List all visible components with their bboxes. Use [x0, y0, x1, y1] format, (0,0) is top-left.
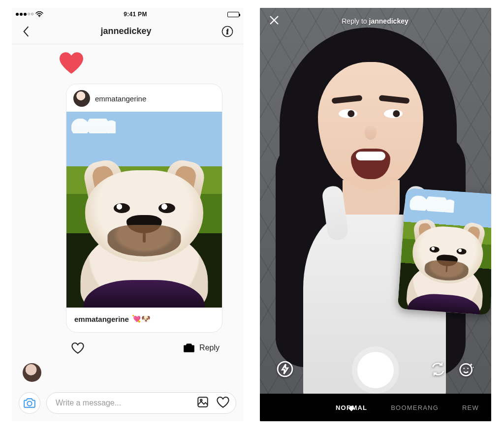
svg-point-6 [200, 399, 202, 401]
composer-camera-button[interactable] [19, 392, 40, 414]
svg-rect-5 [198, 397, 208, 407]
post-author-avatar[interactable] [73, 90, 90, 107]
post-action-row: Reply [66, 333, 222, 358]
heart-outline-icon [216, 396, 230, 408]
svg-text:i: i [226, 28, 228, 35]
camera-icon [183, 343, 195, 353]
caption-username[interactable]: emmatangerine [74, 315, 129, 323]
dm-thread-screen: 9:41 PM jannedickey i [12, 8, 243, 421]
caption-emoji: 💘🐶 [132, 314, 151, 323]
message-composer [12, 389, 243, 421]
post-author-username[interactable]: emmatangerine [95, 94, 146, 103]
svg-point-10 [467, 368, 469, 369]
sender-avatar[interactable] [23, 363, 41, 382]
dm-header: jannedickey i [12, 19, 243, 44]
flash-icon [277, 361, 293, 377]
gallery-icon [196, 396, 209, 408]
heart-reaction [58, 51, 232, 77]
svg-point-0 [39, 16, 40, 17]
like-message-button[interactable] [216, 396, 230, 410]
reply-label: Reply [199, 343, 220, 352]
camera-reply-screen: Reply to jannedickey [260, 8, 491, 421]
camera-mode-selector[interactable]: NORMAL BOOMERANG REW [260, 394, 491, 421]
svg-point-4 [27, 401, 32, 405]
close-camera-button[interactable] [269, 15, 280, 28]
face-filter-icon [459, 361, 474, 377]
reply-sticker[interactable] [398, 188, 491, 315]
dm-message-list[interactable]: emmatangerine [12, 44, 243, 389]
dm-thread-title[interactable]: jannedickey [100, 26, 151, 36]
info-button[interactable]: i [220, 24, 235, 39]
camera-reply-button[interactable]: Reply [183, 343, 220, 353]
face-filters-button[interactable] [459, 361, 474, 379]
ios-status-bar: 9:41 PM [12, 8, 243, 19]
switch-camera-button[interactable] [430, 361, 446, 379]
svg-point-8 [460, 364, 472, 375]
camera-mode-normal[interactable]: NORMAL [324, 404, 379, 411]
switch-camera-icon [430, 361, 446, 377]
post-photo[interactable] [66, 112, 222, 308]
svg-point-3 [187, 346, 191, 350]
shared-post-card[interactable]: emmatangerine [66, 84, 222, 333]
battery-icon [227, 12, 239, 17]
close-icon [269, 15, 280, 26]
camera-mode-rewind[interactable]: REW [450, 404, 491, 411]
camera-reply-title: Reply to jannedickey [342, 17, 409, 25]
post-caption: emmatangerine 💘🐶 [66, 308, 222, 332]
like-post-button[interactable] [69, 340, 87, 356]
camera-icon [23, 398, 36, 408]
wifi-icon [35, 11, 43, 17]
back-button[interactable] [20, 24, 32, 39]
svg-point-9 [463, 368, 465, 369]
shutter-button[interactable] [352, 346, 399, 394]
signal-strength-icon [16, 13, 33, 16]
flash-toggle-button[interactable] [277, 361, 293, 379]
message-input[interactable] [56, 399, 196, 407]
status-time: 9:41 PM [124, 11, 147, 18]
camera-mode-boomerang[interactable]: BOOMERANG [379, 404, 450, 411]
gallery-button[interactable] [196, 396, 209, 410]
